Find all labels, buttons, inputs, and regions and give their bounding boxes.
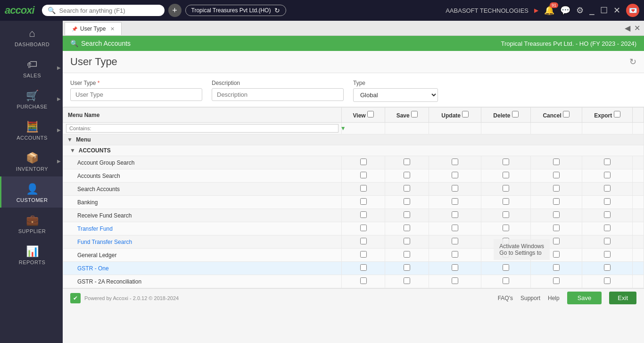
close-app-icon[interactable]: ✕ [613, 5, 620, 16]
checkbox[interactable] [404, 251, 410, 258]
sidebar-item-customer[interactable]: 👤 CUSTOMER [0, 176, 63, 208]
checkbox[interactable] [360, 238, 367, 244]
checkbox[interactable] [360, 172, 367, 178]
checkbox[interactable] [604, 277, 611, 284]
checkbox[interactable] [452, 185, 458, 192]
checkbox[interactable] [553, 198, 560, 205]
export-all-checkbox[interactable] [614, 111, 620, 117]
sidebar-item-sales[interactable]: 🏷 SALES ▶ [0, 52, 63, 83]
checkbox[interactable] [404, 225, 410, 231]
checkbox[interactable] [452, 225, 458, 231]
checkbox[interactable] [604, 198, 611, 205]
checkbox[interactable] [360, 185, 367, 192]
checkbox[interactable] [553, 159, 560, 165]
checkbox[interactable] [404, 185, 410, 192]
transfer-fund-link[interactable]: Transfer Fund [77, 226, 113, 232]
delete-all-checkbox[interactable] [512, 111, 519, 117]
checkbox[interactable] [604, 264, 611, 271]
description-input[interactable] [212, 88, 344, 101]
checkbox[interactable] [360, 211, 367, 218]
checkbox[interactable] [604, 225, 611, 231]
settings-icon[interactable]: ⚙ [576, 5, 584, 16]
checkbox[interactable] [404, 159, 410, 165]
checkbox[interactable] [503, 277, 509, 284]
global-search-input[interactable] [59, 7, 154, 14]
checkbox[interactable] [404, 264, 410, 271]
checkbox[interactable] [553, 211, 560, 218]
checkbox[interactable] [553, 172, 560, 178]
faq-link[interactable]: FAQ's [498, 295, 513, 301]
checkbox[interactable] [452, 172, 458, 178]
minimize-icon[interactable]: ⎯ [589, 6, 594, 16]
checkbox[interactable] [503, 251, 509, 258]
user-avatar[interactable]: 💌 [626, 4, 639, 17]
checkbox[interactable] [553, 238, 560, 244]
checkbox[interactable] [452, 264, 458, 271]
checkbox[interactable] [360, 277, 367, 284]
checkbox[interactable] [452, 251, 458, 258]
checkbox[interactable] [360, 198, 367, 205]
search-accounts-link[interactable]: 🔍 Search Accounts [70, 40, 131, 47]
messages-icon[interactable]: 💬 [560, 5, 570, 16]
checkbox[interactable] [553, 277, 560, 284]
add-button[interactable]: + [168, 4, 182, 17]
checkbox[interactable] [553, 225, 560, 231]
exit-button[interactable]: Exit [609, 292, 636, 304]
checkbox[interactable] [553, 251, 560, 258]
menu-collapse-icon[interactable]: ▼ [67, 136, 73, 143]
tab-close-icon[interactable]: ✕ [110, 26, 115, 32]
sidebar-item-reports[interactable]: 📊 REPORTS [0, 239, 63, 270]
view-all-checkbox[interactable] [367, 111, 374, 117]
support-link[interactable]: Support [520, 295, 540, 301]
checkbox[interactable] [503, 238, 509, 244]
save-button[interactable]: Save [567, 292, 602, 304]
checkbox[interactable] [452, 238, 458, 244]
checkbox[interactable] [503, 198, 509, 205]
checkbox[interactable] [404, 238, 410, 244]
page-refresh-icon[interactable]: ↻ [629, 57, 636, 67]
user-type-input[interactable] [70, 88, 202, 101]
checkbox[interactable] [604, 211, 611, 218]
checkbox[interactable] [503, 172, 509, 178]
tab-arrow-left-icon[interactable]: ◀ [625, 24, 630, 33]
sidebar-item-purchase[interactable]: 🛒 PURCHASE ▶ [0, 83, 63, 114]
maximize-icon[interactable]: ☐ [600, 5, 608, 16]
sidebar-item-inventory[interactable]: 📦 INVENTORY ▶ [0, 145, 63, 176]
help-link[interactable]: Help [548, 295, 560, 301]
checkbox[interactable] [452, 198, 458, 205]
checkbox[interactable] [360, 251, 367, 258]
update-all-checkbox[interactable] [462, 111, 469, 117]
accounts-collapse-icon[interactable]: ▼ [70, 147, 75, 154]
checkbox[interactable] [404, 277, 410, 284]
checkbox[interactable] [360, 264, 367, 271]
checkbox[interactable] [604, 185, 611, 192]
company-selector[interactable]: Tropical Treasures Pvt Ltd.(HO) ↻ [185, 5, 287, 16]
checkbox[interactable] [452, 211, 458, 218]
checkbox[interactable] [604, 238, 611, 244]
checkbox[interactable] [604, 251, 611, 258]
tab-user-type[interactable]: 📌 User Type ✕ [65, 22, 122, 35]
sidebar-item-accounts[interactable]: 🧮 ACCOUNTS ▶ [0, 114, 63, 145]
checkbox[interactable] [360, 225, 367, 231]
fund-transfer-search-link[interactable]: Fund Transfer Search [77, 239, 132, 245]
checkbox[interactable] [553, 185, 560, 192]
save-all-checkbox[interactable] [411, 111, 418, 117]
global-search-box[interactable]: 🔍 [42, 5, 165, 16]
checkbox[interactable] [503, 159, 509, 165]
checkbox[interactable] [604, 172, 611, 178]
cancel-all-checkbox[interactable] [563, 111, 570, 117]
checkbox[interactable] [404, 198, 410, 205]
checkbox[interactable] [404, 172, 410, 178]
menu-filter-input[interactable] [66, 124, 339, 133]
checkbox[interactable] [503, 185, 509, 192]
filter-funnel-icon[interactable]: ▼ [340, 125, 346, 132]
sidebar-item-dashboard[interactable]: ⌂ DASHBOARD [0, 21, 63, 52]
sidebar-item-supplier[interactable]: 💼 SUPPLIER [0, 208, 63, 239]
refresh-company-icon[interactable]: ↻ [274, 7, 280, 14]
tab-close-all-icon[interactable]: ✕ [634, 24, 640, 33]
type-select[interactable]: Global Branch Custom [353, 88, 438, 102]
checkbox[interactable] [404, 211, 410, 218]
checkbox[interactable] [360, 159, 367, 165]
checkbox[interactable] [604, 159, 611, 165]
checkbox[interactable] [503, 225, 509, 231]
